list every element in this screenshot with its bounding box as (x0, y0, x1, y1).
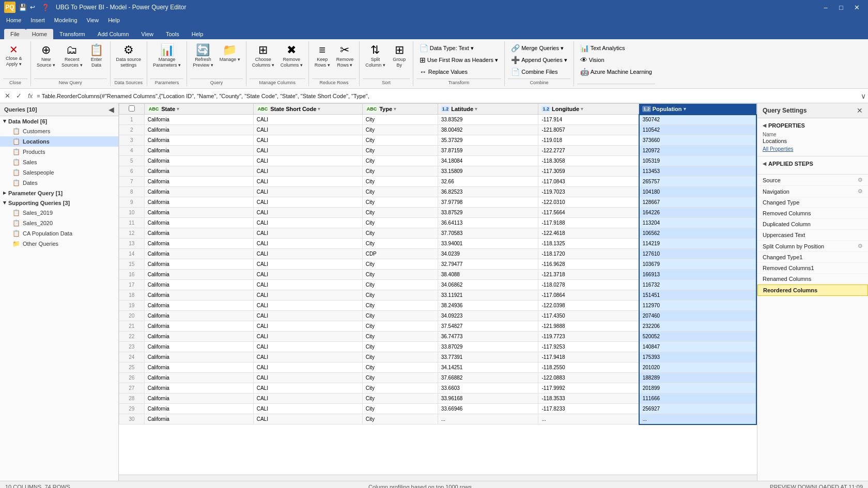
tab-transform[interactable]: Transform (53, 29, 91, 39)
menu-insert[interactable]: Insert (26, 16, 49, 24)
table-row[interactable]: 6CaliforniaCALICity33.15809-117.30591134… (119, 166, 757, 177)
latitude-col-dropdown-icon[interactable]: ▾ (475, 106, 477, 112)
table-row[interactable]: 4CaliforniaCALICity37.87159-122.27271209… (119, 146, 757, 156)
step-item[interactable]: Uppercased Text (757, 230, 868, 241)
table-row[interactable]: 29CaliforniaCALICity33.66946-117.8233256… (119, 404, 757, 414)
step-item[interactable]: Changed Type (757, 197, 868, 208)
tab-home[interactable]: Home (26, 29, 53, 39)
use-row-headers-btn[interactable]: ⊞ Use First Row as Headers ▾ (416, 54, 501, 66)
vision-btn[interactable]: 👁 Vision (577, 54, 655, 66)
table-row[interactable]: 9CaliforniaCALICity37.97798-122.03101286… (119, 197, 757, 208)
col-header-state[interactable]: ABC State ▾ (144, 104, 253, 115)
tab-tools[interactable]: Tools (160, 29, 185, 39)
table-row[interactable]: 13CaliforniaCALICity33.94001-118.1325114… (119, 239, 757, 249)
col-header-type[interactable]: ABC Type ▾ (362, 104, 438, 115)
formula-input[interactable] (37, 90, 859, 102)
col-header-state-short-code[interactable]: ABC State Short Code ▾ (253, 104, 362, 115)
query-item-sales-2019[interactable]: 📋 Sales_2019 (0, 208, 118, 218)
step-gear-icon[interactable]: ⚙ (858, 177, 863, 183)
step-item[interactable]: Removed Columns1 (757, 263, 868, 274)
query-item-products[interactable]: 📋 Products (0, 147, 118, 157)
minimize-btn[interactable]: – (818, 0, 833, 14)
horizontal-scrollbar[interactable] (119, 475, 757, 481)
menu-view[interactable]: View (83, 16, 103, 24)
manage-parameters-btn[interactable]: 📊 ManageParameters ▾ (150, 42, 183, 70)
split-column-btn[interactable]: ⇅ SplitColumn ▾ (363, 42, 388, 70)
settings-close-btn[interactable]: ✕ (857, 106, 863, 115)
query-item-salespeople[interactable]: 📋 Salespeople (0, 167, 118, 178)
select-all-checkbox[interactable] (129, 105, 135, 112)
query-item-locations[interactable]: 📋 Locations (0, 136, 118, 147)
table-row[interactable]: 5CaliforniaCALICity34.18084-118.30581053… (119, 156, 757, 166)
remove-rows-btn[interactable]: ✂ RemoveRows ▾ (334, 42, 357, 70)
table-row[interactable]: 30CaliforniaCALICity......... (119, 414, 757, 424)
query-item-sales[interactable]: 📋 Sales (0, 157, 118, 167)
col-header-longitude[interactable]: 1.2 Longitude ▾ (538, 104, 639, 115)
maximize-btn[interactable]: □ (834, 0, 848, 14)
group-by-btn[interactable]: ⊞ GroupBy (389, 42, 410, 70)
table-row[interactable]: 18CaliforniaCALICity33.11921-117.0864151… (119, 290, 757, 301)
table-row[interactable]: 10CaliforniaCALICity33.87529-117.5664164… (119, 208, 757, 218)
table-row[interactable]: 17CaliforniaCALICity34.06862-118.0278116… (119, 280, 757, 290)
append-queries-btn[interactable]: ➕ Append Queries ▾ (508, 54, 570, 66)
queries-collapse-btn[interactable]: ◀ (109, 105, 114, 114)
formula-confirm-btn[interactable]: ✓ (13, 91, 24, 101)
state-col-dropdown-icon[interactable]: ▾ (177, 106, 179, 112)
state-short-code-col-dropdown-icon[interactable]: ▾ (318, 106, 320, 112)
table-row[interactable]: 3CaliforniaCALICity35.37329-119.01837366… (119, 135, 757, 146)
tab-help[interactable]: Help (185, 29, 210, 39)
text-analytics-btn[interactable]: 📊 Text Analytics (577, 42, 655, 54)
manage-btn[interactable]: 📁 Manage ▾ (217, 42, 243, 65)
table-row[interactable]: 20CaliforniaCALICity34.09223-117.4350207… (119, 311, 757, 321)
table-row[interactable]: 12CaliforniaCALICity37.70583-122.4618106… (119, 228, 757, 239)
step-gear-icon[interactable]: ⚙ (858, 243, 863, 249)
step-gear-icon[interactable]: ⚙ (858, 188, 863, 195)
table-row[interactable]: 23CaliforniaCALICity33.87029-117.9253140… (119, 342, 757, 352)
recent-sources-btn[interactable]: 🗂 RecentSources ▾ (59, 42, 85, 70)
table-row[interactable]: 14CaliforniaCALICDP34.0239-118.172012761… (119, 249, 757, 259)
choose-columns-btn[interactable]: ⊞ ChooseColumns ▾ (250, 42, 277, 70)
table-row[interactable]: 24CaliforniaCALICity33.77391-117.9418175… (119, 352, 757, 363)
query-item-sales-2020[interactable]: 📋 Sales_2020 (0, 218, 118, 228)
menu-home[interactable]: Home (2, 16, 25, 24)
undo-icon[interactable]: ↩ (30, 4, 35, 11)
query-group-parameter[interactable]: ▸ Parameter Query [1] (0, 188, 118, 198)
table-row[interactable]: 26CaliforniaCALICity37.66882-122.0883188… (119, 373, 757, 383)
query-item-dates[interactable]: 📋 Dates (0, 178, 118, 188)
tab-add-column[interactable]: Add Column (91, 29, 135, 39)
query-item-ca-population[interactable]: 📋 CA Population Data (0, 228, 118, 239)
data-type-btn[interactable]: 📄 Data Type: Text ▾ (416, 42, 501, 54)
table-row[interactable]: 25CaliforniaCALICity34.14251-118.2550201… (119, 363, 757, 373)
table-row[interactable]: 2CaliforniaCALICity38.00492-121.80571105… (119, 125, 757, 135)
query-item-other-queries[interactable]: 📁 Other Queries (0, 239, 118, 249)
step-item[interactable]: Changed Type1 (757, 252, 868, 263)
close-btn[interactable]: ✕ (849, 0, 864, 14)
table-row[interactable]: 1CaliforniaCALICity33.83529-117.91435074… (119, 115, 757, 125)
table-row[interactable]: 16CaliforniaCALICity38.4088-121.37181669… (119, 270, 757, 280)
keep-rows-btn[interactable]: ≡ KeepRows ▾ (312, 42, 333, 70)
col-header-population[interactable]: 1.2 Population ▾ (639, 104, 756, 115)
step-item[interactable]: Duplicated Column (757, 219, 868, 230)
formula-expand-btn[interactable]: ∨ (861, 92, 866, 100)
step-item[interactable]: Reordered Columns (757, 285, 868, 296)
formula-cancel-btn[interactable]: ✕ (2, 91, 12, 101)
tab-file[interactable]: File (4, 29, 26, 39)
type-col-dropdown-icon[interactable]: ▾ (394, 106, 396, 112)
longitude-col-dropdown-icon[interactable]: ▾ (581, 106, 583, 112)
remove-columns-btn[interactable]: ✖ RemoveColumns ▾ (278, 42, 305, 70)
tab-view[interactable]: View (135, 29, 160, 39)
grid-container[interactable]: ABC State ▾ ABC State Short Code ▾ (119, 103, 757, 475)
merge-queries-btn[interactable]: 🔗 Merge Queries ▾ (508, 42, 570, 54)
table-row[interactable]: 11CaliforniaCALICity36.64113-117.9188113… (119, 218, 757, 228)
replace-values-btn[interactable]: ↔ Replace Values (416, 66, 501, 77)
azure-ml-btn[interactable]: 🤖 Azure Machine Learning (577, 66, 655, 77)
query-item-customers[interactable]: 📋 Customers (0, 126, 118, 136)
all-properties-link[interactable]: All Properties (763, 146, 863, 152)
new-source-btn[interactable]: ⊕ NewSource ▾ (34, 42, 58, 70)
col-header-latitude[interactable]: 1.2 Latitude ▾ (438, 104, 538, 115)
table-row[interactable]: 19CaliforniaCALICity38.24936-122.0398112… (119, 301, 757, 311)
table-row[interactable]: 22CaliforniaCALICity36.74773-119.7723520… (119, 332, 757, 342)
query-group-data-model[interactable]: ▾ Data Model [6] (0, 116, 118, 126)
menu-help[interactable]: Help (104, 16, 124, 24)
enter-data-btn[interactable]: 📋 EnterData (86, 42, 107, 70)
